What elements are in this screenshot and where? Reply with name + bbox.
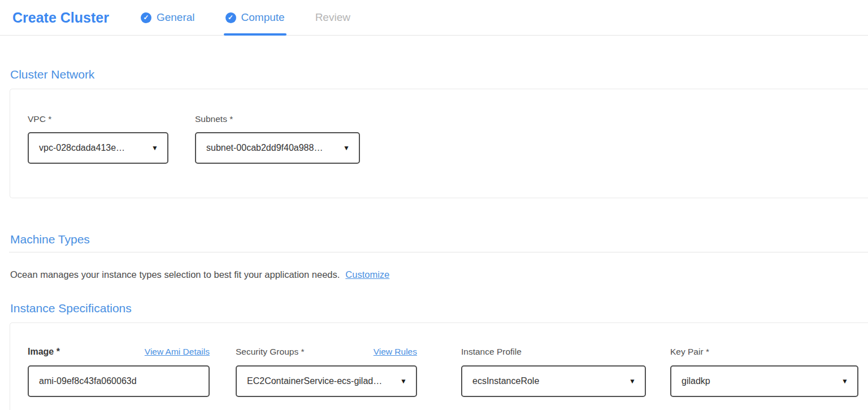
machine-types-heading: Machine Types — [10, 233, 868, 246]
tab-compute[interactable]: ✓ Compute — [225, 0, 285, 35]
chevron-down-icon: ▼ — [400, 377, 407, 385]
tab-general[interactable]: ✓ General — [141, 0, 195, 35]
instance-specifications-panel: Image * View Ami Details Security Groups… — [10, 322, 868, 410]
tab-review-label: Review — [315, 11, 350, 24]
image-label: Image * — [28, 347, 60, 357]
vpc-selected-value: vpc-028cdada413e… — [39, 143, 125, 153]
security-groups-select[interactable]: EC2ContainerService-ecs-gilad… ▼ — [236, 365, 417, 397]
subnets-select[interactable]: subnet-00cab2dd9f40a988… ▼ — [195, 132, 360, 164]
check-circle-icon: ✓ — [141, 12, 151, 23]
customize-link[interactable]: Customize — [345, 269, 389, 280]
security-groups-selected-value: EC2ContainerService-ecs-gilad… — [247, 376, 382, 386]
tab-review[interactable]: Review — [315, 0, 350, 35]
cluster-network-heading: Cluster Network — [10, 68, 868, 81]
view-rules-link[interactable]: View Rules — [374, 347, 417, 357]
subnets-field: Subnets * subnet-00cab2dd9f40a988… ▼ — [195, 114, 360, 198]
security-groups-label: Security Groups * — [236, 347, 304, 357]
vpc-label: VPC * — [28, 114, 168, 124]
wizard-header: Create Cluster ✓ General ✓ Compute Revie… — [0, 0, 868, 36]
vpc-select[interactable]: vpc-028cdada413e… ▼ — [28, 132, 168, 164]
check-circle-icon: ✓ — [225, 12, 236, 23]
cluster-network-panel: VPC * vpc-028cdada413e… ▼ Subnets * subn… — [10, 89, 868, 198]
subnets-selected-value: subnet-00cab2dd9f40a988… — [206, 143, 323, 153]
instance-profile-label: Instance Profile — [461, 347, 522, 357]
key-pair-field: Key Pair * giladkp ▼ — [670, 347, 858, 410]
chevron-down-icon: ▼ — [841, 377, 848, 385]
instance-profile-select[interactable]: ecsInstanceRole ▼ — [461, 365, 646, 397]
instance-profile-field: Instance Profile ecsInstanceRole ▼ — [461, 347, 646, 410]
security-groups-field: Security Groups * View Rules EC2Containe… — [236, 347, 417, 410]
subnets-label: Subnets * — [195, 114, 360, 124]
instance-specifications-heading: Instance Specifications — [10, 302, 868, 315]
tab-general-label: General — [157, 11, 195, 24]
machine-types-description-row: Ocean manages your instance types select… — [10, 269, 868, 280]
section-divider — [9, 252, 868, 252]
image-input[interactable] — [28, 365, 210, 397]
page-title: Create Cluster — [12, 10, 109, 26]
chevron-down-icon: ▼ — [151, 144, 158, 152]
machine-types-description: Ocean manages your instance types select… — [10, 269, 340, 280]
chevron-down-icon: ▼ — [343, 144, 350, 152]
key-pair-label: Key Pair * — [670, 347, 709, 357]
view-ami-details-link[interactable]: View Ami Details — [145, 347, 210, 357]
vpc-field: VPC * vpc-028cdada413e… ▼ — [28, 114, 168, 198]
instance-profile-selected-value: ecsInstanceRole — [472, 376, 539, 386]
chevron-down-icon: ▼ — [629, 377, 636, 385]
key-pair-selected-value: giladkp — [682, 376, 710, 386]
tab-compute-label: Compute — [241, 11, 285, 24]
key-pair-select[interactable]: giladkp ▼ — [670, 365, 858, 397]
image-field: Image * View Ami Details — [28, 347, 210, 410]
